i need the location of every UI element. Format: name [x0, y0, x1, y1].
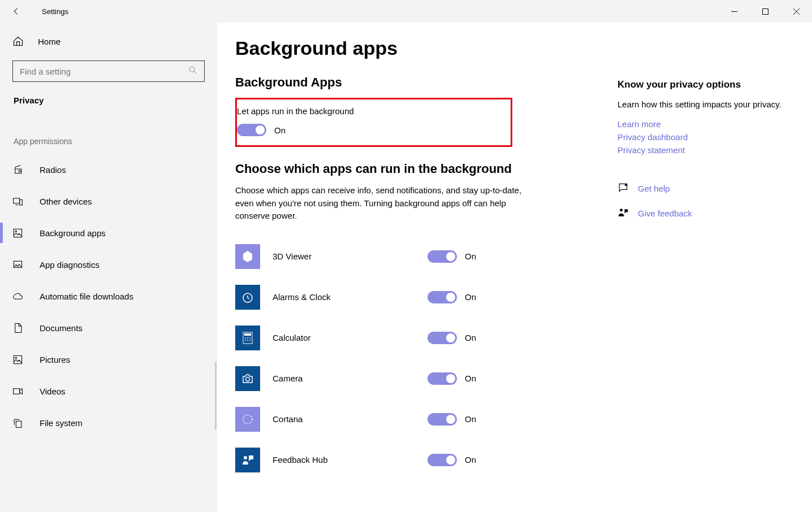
nav-item-label: Background apps: [40, 228, 106, 238]
svg-point-24: [625, 184, 627, 185]
home-button[interactable]: Home: [0, 25, 217, 57]
app-name: Camera: [273, 374, 427, 383]
app-name: Alarms & Clock: [273, 292, 427, 302]
svg-rect-8: [14, 355, 21, 363]
nav-item-label: Videos: [40, 387, 66, 396]
app-toggle[interactable]: [427, 372, 457, 385]
sidebar-item-other-devices[interactable]: Other devices: [0, 185, 217, 217]
app-row: CameraOn: [235, 358, 586, 399]
app-toggle[interactable]: [427, 454, 457, 466]
app-toggle-state: On: [465, 251, 476, 261]
app-toggle[interactable]: [427, 291, 457, 303]
help-panel: Know your privacy options Learn how this…: [617, 79, 781, 232]
master-toggle-label: Let apps run in the background: [237, 106, 504, 116]
page-title: Background apps: [235, 37, 586, 59]
sidebar-item-radios[interactable]: Radios: [0, 154, 217, 185]
svg-rect-4: [20, 199, 23, 205]
scrollbar[interactable]: [215, 362, 217, 429]
svg-rect-5: [14, 229, 21, 237]
master-toggle-state: On: [274, 125, 286, 135]
app-icon: [235, 326, 260, 350]
svg-point-1: [189, 67, 195, 72]
window-controls: [719, 0, 812, 23]
sidebar-item-automatic-file-downloads[interactable]: Automatic file downloads: [0, 280, 217, 312]
app-name: Feedback Hub: [273, 455, 427, 465]
svg-point-9: [15, 357, 16, 358]
app-icon: [235, 407, 260, 432]
devices-icon: [12, 196, 27, 207]
help-subtitle: Learn how this setting impacts your priv…: [617, 98, 781, 111]
nav-item-label: Automatic file downloads: [40, 292, 133, 301]
nav-item-label: Pictures: [40, 355, 70, 365]
minimize-button[interactable]: [719, 0, 750, 23]
highlighted-master-toggle-box: Let apps run in the background On: [235, 98, 512, 147]
close-button[interactable]: [781, 0, 812, 23]
search-field[interactable]: [20, 67, 188, 76]
app-name: 3D Viewer: [273, 251, 427, 261]
master-toggle[interactable]: [237, 124, 266, 136]
svg-point-23: [244, 456, 247, 459]
svg-rect-0: [763, 8, 768, 14]
app-name: Calculator: [273, 333, 427, 342]
svg-point-19: [247, 340, 248, 341]
svg-point-21: [246, 377, 250, 381]
svg-rect-14: [244, 333, 251, 336]
nav-item-label: Radios: [40, 165, 66, 175]
app-toggle[interactable]: [427, 250, 457, 263]
home-icon: [12, 36, 24, 47]
sidebar-item-background-apps[interactable]: Background apps: [0, 217, 217, 249]
nav-item-label: Other devices: [40, 197, 92, 206]
app-toggle[interactable]: [427, 332, 457, 344]
svg-point-20: [249, 340, 250, 341]
radio-icon: [12, 164, 27, 175]
svg-point-2: [19, 170, 20, 172]
home-label: Home: [38, 37, 61, 46]
chat-icon: [617, 182, 629, 196]
maximize-button[interactable]: [750, 0, 781, 23]
help-link[interactable]: Learn more: [617, 119, 781, 129]
titlebar: Settings: [0, 0, 812, 23]
help-title: Know your privacy options: [617, 79, 781, 90]
sidebar-item-app-diagnostics[interactable]: App diagnostics: [0, 249, 217, 280]
section-heading-bgapps: Background Apps: [235, 75, 586, 90]
sidebar-section-label: App permissions: [0, 112, 217, 154]
sidebar: Home Privacy App permissions RadiosOther…: [0, 23, 217, 512]
svg-point-22: [243, 415, 252, 424]
sidebar-category: Privacy: [0, 85, 217, 112]
app-toggle-state: On: [465, 292, 476, 302]
give-feedback-link[interactable]: Give feedback: [638, 209, 692, 218]
video-icon: [12, 386, 27, 397]
app-toggle-state: On: [465, 333, 476, 342]
app-toggle-state: On: [465, 455, 476, 465]
app-row: CalculatorOn: [235, 318, 586, 358]
svg-rect-3: [14, 198, 20, 203]
app-row: CortanaOn: [235, 399, 586, 440]
svg-point-15: [245, 337, 246, 339]
app-icon: [235, 366, 260, 391]
copy-icon: [12, 418, 27, 428]
back-button[interactable]: [8, 6, 25, 16]
app-icon: [235, 285, 260, 310]
app-toggle-state: On: [465, 374, 476, 383]
svg-point-16: [247, 337, 248, 339]
feedback-icon: [617, 207, 629, 220]
sidebar-item-documents[interactable]: Documents: [0, 312, 217, 344]
nav-item-label: File system: [40, 418, 83, 428]
sidebar-item-file-system[interactable]: File system: [0, 407, 217, 439]
svg-point-17: [249, 337, 250, 339]
help-link[interactable]: Privacy dashboard: [617, 132, 781, 142]
app-toggle[interactable]: [427, 413, 457, 426]
nav-item-label: Documents: [40, 323, 83, 333]
sidebar-item-pictures[interactable]: Pictures: [0, 344, 217, 375]
app-row: Feedback HubOn: [235, 440, 586, 480]
help-link[interactable]: Privacy statement: [617, 145, 781, 155]
search-input[interactable]: [12, 60, 205, 82]
app-name: Cortana: [273, 414, 427, 424]
get-help-link[interactable]: Get help: [638, 184, 670, 193]
document-icon: [12, 323, 27, 333]
app-row: Alarms & ClockOn: [235, 277, 586, 318]
diagnostics-icon: [12, 259, 27, 270]
window-title: Settings: [42, 7, 68, 16]
picture-icon: [12, 354, 27, 365]
sidebar-item-videos[interactable]: Videos: [0, 375, 217, 407]
